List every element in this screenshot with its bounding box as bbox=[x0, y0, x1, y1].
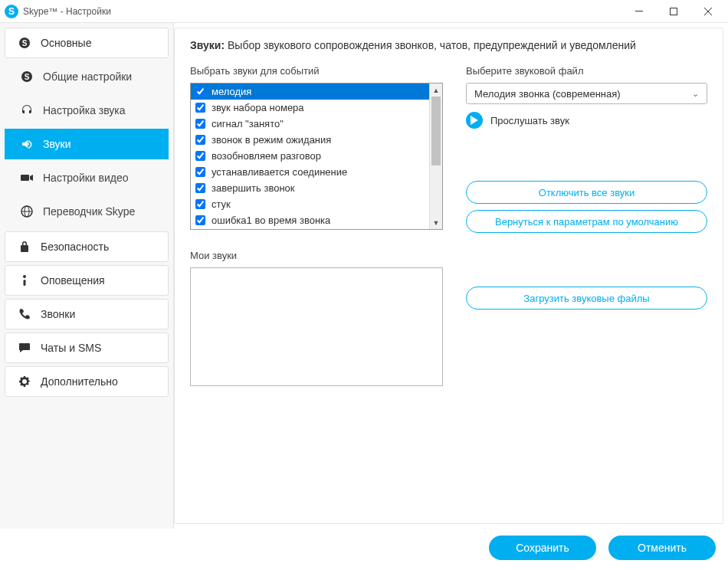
event-label: стук bbox=[212, 198, 231, 210]
info-icon bbox=[16, 274, 33, 287]
sidebar-section-label: Дополнительно bbox=[41, 375, 118, 388]
sidebar-item-label: Настройка звука bbox=[43, 104, 126, 116]
chat-icon bbox=[16, 342, 33, 354]
sidebar-item-general-settings[interactable]: S Общие настройки bbox=[5, 61, 169, 92]
sidebar-section-label: Основные bbox=[41, 37, 91, 49]
event-row[interactable]: сигнал "занято" bbox=[191, 116, 429, 132]
event-label: завершить звонок bbox=[212, 182, 295, 194]
event-label: мелодия bbox=[212, 86, 251, 97]
sidebar-item-sounds[interactable]: Звуки bbox=[5, 129, 169, 159]
sidebar-item-label: Настройки видео bbox=[43, 172, 129, 184]
chevron-down-icon: ⌄ bbox=[692, 89, 699, 99]
upload-sounds-button[interactable]: Загрузить звуковые файлы bbox=[466, 287, 707, 310]
file-label: Выберите звуковой файл bbox=[466, 65, 707, 77]
event-checkbox[interactable] bbox=[195, 135, 205, 145]
my-sounds-listbox[interactable] bbox=[190, 267, 443, 386]
svg-rect-1 bbox=[670, 8, 677, 15]
event-row[interactable]: ошибка1 во время звонка bbox=[191, 212, 429, 228]
sidebar-item-label: Звуки bbox=[43, 138, 71, 150]
maximize-button[interactable] bbox=[656, 1, 690, 22]
skype-logo-icon: S bbox=[5, 5, 18, 18]
scrollbar[interactable]: ▲ ▼ bbox=[429, 84, 442, 229]
sidebar: S Основные S Общие настройки Настройка з… bbox=[0, 23, 174, 529]
event-checkbox[interactable] bbox=[195, 199, 205, 209]
disable-all-button[interactable]: Отключить все звуки bbox=[466, 181, 707, 204]
phone-icon bbox=[16, 308, 33, 320]
event-label: звук набора номера bbox=[212, 102, 304, 113]
event-row[interactable]: звук набора номера bbox=[191, 100, 429, 116]
sidebar-item-label: Общие настройки bbox=[43, 70, 132, 83]
event-label: ошибка1 во время звонка bbox=[212, 215, 330, 226]
event-checkbox[interactable] bbox=[195, 215, 205, 225]
svg-text:S: S bbox=[22, 39, 28, 48]
sidebar-section-label: Чаты и SMS bbox=[41, 342, 101, 354]
reset-defaults-button[interactable]: Вернуться к параметрам по умолчанию bbox=[466, 210, 707, 233]
event-label: сигнал "занято" bbox=[212, 118, 284, 129]
event-row[interactable]: завершить звонок bbox=[191, 180, 429, 196]
event-row[interactable]: стук bbox=[191, 196, 429, 212]
minimize-button[interactable] bbox=[621, 1, 656, 22]
svg-rect-12 bbox=[24, 280, 26, 286]
close-button[interactable] bbox=[690, 1, 725, 22]
window-title: Skype™ - Настройки bbox=[23, 6, 111, 17]
event-label: возобновляем разговор bbox=[212, 150, 321, 162]
event-row[interactable]: устанавливается соединение bbox=[191, 164, 429, 180]
footer: Сохранить Отменить bbox=[0, 529, 728, 567]
event-checkbox[interactable] bbox=[195, 183, 205, 193]
event-row[interactable]: мелодия bbox=[191, 84, 429, 100]
headset-icon bbox=[18, 104, 35, 116]
event-checkbox[interactable] bbox=[195, 119, 205, 129]
scroll-down-icon[interactable]: ▼ bbox=[430, 216, 442, 229]
svg-text:S: S bbox=[25, 73, 30, 81]
sidebar-section-label: Оповещения bbox=[41, 274, 105, 287]
event-checkbox[interactable] bbox=[195, 87, 205, 97]
sidebar-section-security[interactable]: Безопасность bbox=[5, 231, 169, 262]
sidebar-item-translator[interactable]: Переводчик Skype bbox=[5, 196, 169, 227]
event-checkbox[interactable] bbox=[195, 151, 205, 161]
globe-icon bbox=[18, 205, 35, 218]
sidebar-section-label: Безопасность bbox=[41, 241, 109, 253]
sidebar-section-notifications[interactable]: Оповещения bbox=[5, 265, 169, 296]
event-checkbox[interactable] bbox=[195, 103, 205, 113]
main-panel: Звуки: Выбор звукового сопровождения зво… bbox=[174, 28, 723, 524]
play-icon bbox=[471, 116, 478, 125]
sidebar-section-general[interactable]: S Основные bbox=[5, 28, 169, 58]
play-label: Прослушать звук bbox=[490, 115, 569, 126]
speaker-icon bbox=[18, 138, 35, 150]
titlebar: S Skype™ - Настройки bbox=[0, 0, 728, 23]
select-value: Мелодия звонка (современная) bbox=[474, 88, 621, 100]
skype-icon: S bbox=[16, 37, 33, 49]
events-label: Выбрать звуки для событий bbox=[190, 65, 443, 77]
sidebar-item-audio-settings[interactable]: Настройка звука bbox=[5, 95, 169, 126]
event-label: устанавливается соединение bbox=[212, 166, 347, 178]
sidebar-section-label: Звонки bbox=[41, 308, 75, 320]
sidebar-item-video-settings[interactable]: Настройки видео bbox=[5, 162, 169, 193]
save-button[interactable]: Сохранить bbox=[489, 536, 596, 560]
window-controls bbox=[621, 1, 725, 22]
camera-icon bbox=[18, 172, 35, 184]
svg-point-11 bbox=[23, 275, 26, 278]
event-label: звонок в режим ожидания bbox=[212, 134, 331, 146]
sidebar-item-label: Переводчик Skype bbox=[43, 205, 135, 218]
event-row[interactable]: возобновляем разговор bbox=[191, 148, 429, 164]
gear-icon bbox=[16, 375, 33, 388]
svg-rect-0 bbox=[635, 11, 643, 11]
scroll-thumb[interactable] bbox=[431, 97, 441, 165]
events-listbox[interactable]: мелодиязвук набора номерасигнал "занято"… bbox=[190, 83, 443, 230]
cancel-button[interactable]: Отменить bbox=[608, 536, 716, 560]
lock-icon bbox=[16, 241, 33, 253]
event-row[interactable]: звонок в режим ожидания bbox=[191, 132, 429, 148]
skype-icon: S bbox=[18, 70, 35, 83]
sound-file-select[interactable]: Мелодия звонка (современная) ⌄ bbox=[466, 83, 707, 104]
sidebar-section-chats[interactable]: Чаты и SMS bbox=[5, 332, 169, 363]
my-sounds-label: Мои звуки bbox=[190, 250, 443, 261]
play-button[interactable] bbox=[466, 112, 483, 129]
sidebar-section-calls[interactable]: Звонки bbox=[5, 299, 169, 329]
sidebar-section-advanced[interactable]: Дополнительно bbox=[5, 366, 169, 397]
panel-heading: Звуки: Выбор звукового сопровождения зво… bbox=[190, 39, 707, 51]
event-checkbox[interactable] bbox=[195, 167, 205, 177]
scroll-up-icon[interactable]: ▲ bbox=[430, 84, 442, 97]
